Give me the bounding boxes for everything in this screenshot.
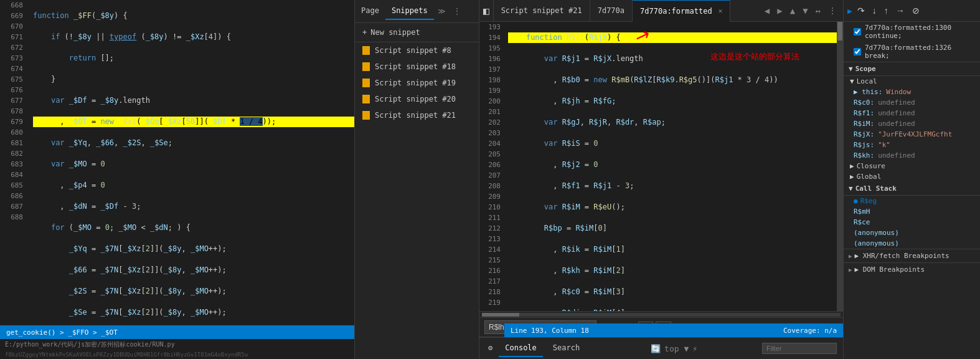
source-tab-icons: ◀ ▶ ▲ ▼ ↔ ⋮ [758,4,843,17]
snippet-label-21: Script snippet #21 [375,111,471,120]
tab-console[interactable]: Console [499,340,543,357]
source-icon-more[interactable]: ⋮ [826,4,839,17]
source-icon-down[interactable]: ▼ [800,4,810,17]
deactivate-btn[interactable]: ⊘ [910,4,922,17]
right-area: ◧ Script snippet #21 7d770a 7d770a:forma… [479,0,843,359]
tab-7d770a-formatted-label: 7d770a:formatted [640,7,712,16]
call-stack-section: ▼ Call Stack ● R$eg R$mH R$ce (anonymous… [844,182,980,249]
close-tab-icon[interactable]: ✕ [719,7,723,15]
tab-7d770a[interactable]: 7d770a [590,0,633,22]
call-stack-arrow: ▼ [849,184,853,193]
tab-more-icon[interactable]: ≫ [434,3,450,19]
new-snippet-label: New snippet [370,28,420,37]
xhr-header[interactable]: ▶ ▶ XHR/fetch Breakpoints [844,249,980,262]
source-scrollbar[interactable] [837,22,843,311]
snippet-icon-18 [362,62,370,71]
debug-toolbar: ▶ ↷ ↓ ↑ → ⊘ [844,0,980,22]
snippet-item-8[interactable]: Script snippet #8 [355,42,479,59]
scope-arrow: ▼ [849,65,853,73]
source-icon-right[interactable]: ▶ [775,4,784,17]
global-label: Global [857,173,882,181]
tab-snippets[interactable]: Snippets [385,2,434,20]
bottom-clear-icon[interactable]: 🔄 [651,344,661,353]
source-icon-left[interactable]: ◀ [762,4,772,17]
scope-rkh: R$kh: undefined [844,150,980,161]
call-stack-anon2-label: (anonymous) [854,239,899,247]
dom-arrow: ▶ [849,267,852,273]
source-icon-format[interactable]: ↔ [813,4,823,17]
snippet-item-18[interactable]: Script snippet #18 [355,59,479,75]
breakpoint-1-checkbox[interactable] [854,28,861,36]
snippet-icon-19 [362,79,370,87]
breakpoint-2-label: 7d770a:formatted:1326 break; [865,44,970,60]
debugger-panel: ▶ ↷ ↓ ↑ → ⊘ 7d770a:formatted:1300 contin… [843,0,980,359]
breakpoints-section: 7d770a:formatted:1300 continue; 7d770a:f… [844,22,980,62]
tab-back-icon[interactable]: ◧ [479,0,494,22]
snippet-label-18: Script snippet #18 [375,62,471,71]
bottom-icons: 🔄 top ▼ ⚡ [651,344,697,353]
call-stack-rce-label: R$ce [854,218,870,226]
tab-settings-icon[interactable]: ⚙ [486,340,495,357]
bottom-filter-icon[interactable]: ⚡ [692,344,697,353]
new-snippet-button[interactable]: + New snippet [355,23,479,42]
call-stack-item-rce[interactable]: R$ce [844,217,980,227]
breakpoint-2-checkbox[interactable] [854,48,861,55]
scope-rjx: R$jX: "JurFEv4XJLFMGcfht [844,129,980,140]
horizontal-scrollbar[interactable] [479,311,843,317]
dom-header[interactable]: ▶ ▶ DOM Breakpoints [844,263,980,276]
h-scrollbar-thumb[interactable] [482,313,519,317]
scope-header[interactable]: ▼ Scope [844,62,980,76]
bottom-tabs: ⚙ Console Search 🔄 top ▼ ⚡ [479,337,843,359]
xhr-arrow: ▶ [849,253,852,259]
tab-snippet-21[interactable]: Script snippet #21 [494,0,590,22]
plus-icon: + [362,28,367,37]
scope-rc0: R$c0: undefined [844,97,980,108]
local-arrow: ▼ [850,77,854,85]
snippet-label-20: Script snippet #20 [375,95,471,103]
line-numbers: 668 669 670 671 672 673 674 675 676 677 … [0,0,28,325]
step-into-btn[interactable]: ↓ [870,4,879,17]
global-header[interactable]: ▶ Global [844,171,980,182]
call-stack-item-anon1[interactable]: (anonymous) [844,227,980,238]
source-icon-up[interactable]: ▲ [788,4,798,17]
xhr-section: ▶ ▶ XHR/fetch Breakpoints [844,249,980,262]
snippet-item-19[interactable]: Script snippet #19 [355,75,479,91]
step-btn[interactable]: → [893,4,907,17]
status-coverage: Coverage: n/a [783,327,837,335]
snippet-item-21[interactable]: Script snippet #21 [355,107,479,123]
call-stack-header[interactable]: ▼ Call Stack [844,182,980,196]
closure-header[interactable]: ▶ Closure [844,161,980,171]
tab-page[interactable]: Page [355,2,385,20]
local-header[interactable]: ▼ Local [844,76,980,87]
source-scrollbar-thumb[interactable] [837,22,842,41]
scope-section: ▼ Scope ▼ Local ▶ this: Window R$c0: und… [844,62,980,182]
snippet-label-8: Script snippet #8 [375,46,471,55]
bottom-stop-icon[interactable]: top ▼ [664,344,689,353]
source-code-area: 1931941951961971981992002012022032042052… [479,22,843,311]
breakpoint-1: 7d770a:formatted:1300 continue; [844,22,980,42]
editor-status-bar: get_cookie() > _$FFO > _$OT [0,325,354,339]
call-stack-item-rmh[interactable]: R$mH [844,206,980,217]
breakpoint-1-label: 7d770a:formatted:1300 continue; [865,24,970,40]
call-stack-item-reg[interactable]: ● R$eg [844,196,980,206]
source-tabs: ◧ Script snippet #21 7d770a 7d770a:forma… [479,0,843,22]
code-content: 668 669 670 671 672 673 674 675 676 677 … [0,0,354,325]
source-body: 1931941951961971981992002012022032042052… [479,22,843,311]
snippet-item-20[interactable]: Script snippet #20 [355,91,479,107]
tab-dots-icon[interactable]: ⋮ [450,3,464,19]
resume-icon[interactable]: ▶ [847,6,852,16]
snippet-label-19: Script snippet #19 [375,79,471,87]
code-lines: 668 669 670 671 672 673 674 675 676 677 … [0,0,354,325]
source-panel: ◧ Script snippet #21 7d770a 7d770a:forma… [479,0,843,337]
filter-input[interactable] [762,343,837,354]
source-code-text: function R$lc(R$jX) { var R$j1 = R$jX.le… [504,22,837,311]
status-position: Line 193, Column 18 [511,327,589,335]
dom-section: ▶ ▶ DOM Breakpoints [844,262,980,276]
main-area: 668 669 670 671 672 673 674 675 676 677 … [0,0,980,359]
tab-7d770a-formatted[interactable]: 7d770a:formatted ✕ [633,0,730,22]
step-over-btn[interactable]: ↷ [855,4,867,17]
tab-search[interactable]: Search [547,340,586,357]
step-out-btn[interactable]: ↑ [882,4,891,17]
closure-arrow: ▶ [850,162,854,170]
call-stack-item-anon2[interactable]: (anonymous) [844,238,980,249]
